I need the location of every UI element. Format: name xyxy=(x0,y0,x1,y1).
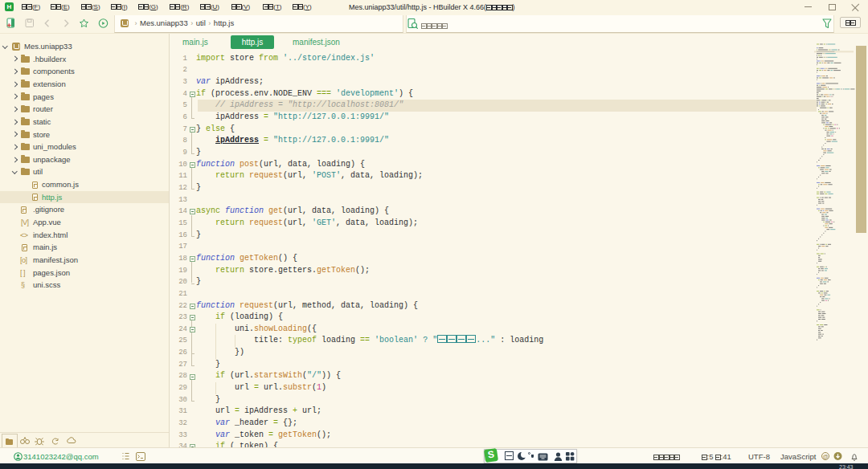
svg-text:@: @ xyxy=(822,454,828,459)
